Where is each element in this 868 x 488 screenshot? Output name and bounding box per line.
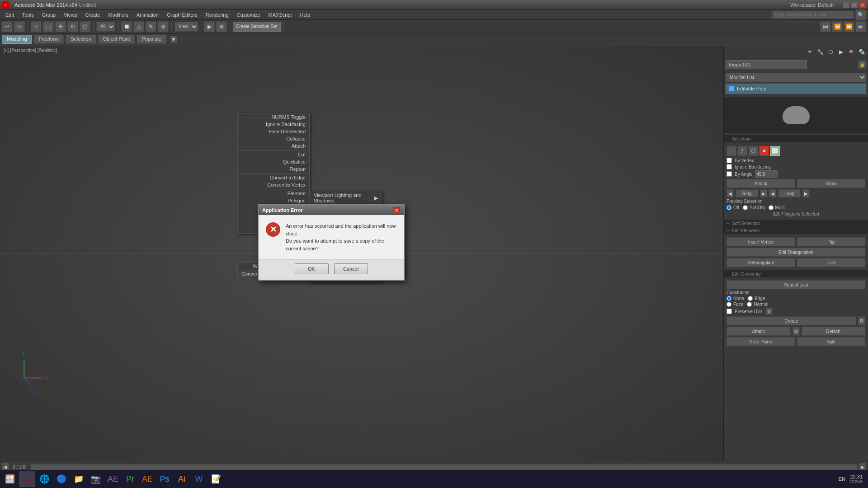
taskbar-chrome[interactable]: 🌐 [36,471,52,487]
viewport[interactable]: X Y Z [+] [Perspective] [Realistic] NURM… [0,46,723,461]
ctx-polygon[interactable]: Polygon [238,197,309,204]
next-frame[interactable]: ⏩ [844,21,854,32]
collapse-settings-btn[interactable]: ⚙ [858,316,865,325]
panel-icon-hierarchy[interactable]: ⬡ [826,47,835,56]
edit-elements-header[interactable]: Edit Elements [724,227,868,234]
create-selection-btn[interactable]: Create Selection Set [233,22,281,32]
sel-element-icon[interactable]: ⬜ [770,146,780,156]
undo-button[interactable]: ↩ [2,21,13,32]
ribbon-options[interactable]: ▼ [170,36,177,43]
ctx-repeat[interactable]: Repeat [238,165,309,173]
create-button[interactable]: Create [726,316,856,325]
ctx-convert-vertex[interactable]: Convert to Vertex [238,181,309,188]
ring-prev-btn[interactable]: ◀ [726,189,734,197]
sel-polygon-icon[interactable]: ■ [759,146,769,156]
off-radio[interactable] [726,205,731,210]
shrink-button[interactable]: Shrink [726,179,795,188]
object-name-input[interactable] [726,60,807,69]
spinner-snap[interactable]: ⊕ [158,21,169,32]
by-angle-checkbox[interactable] [726,171,732,177]
multi-radio[interactable] [769,205,774,210]
error-close-button[interactable]: ✕ [393,207,400,213]
detach-button[interactable]: Detach [802,327,866,336]
ctx-hide-unselected[interactable]: Hide Unselected [238,128,309,135]
tab-object-paint[interactable]: Object Paint [98,35,135,44]
selection-section-header[interactable]: Selection [724,135,868,142]
menu-tools[interactable]: Tools [19,11,38,19]
retriangulate-button[interactable]: Retriangulate [726,258,795,267]
preserve-uvs-settings[interactable]: ⚙ [765,308,773,315]
ignore-backfacing-checkbox[interactable] [726,164,732,169]
editable-poly-modifier[interactable]: Editable Poly [726,84,866,94]
attach-settings-btn[interactable]: ⚙ [793,327,800,336]
menu-maxscript[interactable]: MAXScript [265,11,296,19]
edge-constraint-radio[interactable] [748,296,753,301]
menu-edit[interactable]: Edit [2,11,18,19]
edit-triangulation-button[interactable]: Edit Triangulation [726,248,865,257]
ctx-attach[interactable]: Attach [238,142,309,150]
taskbar-premiere[interactable]: Pr [122,471,138,487]
select-btn[interactable]: ⊹ [31,21,42,32]
by-vertex-checkbox[interactable] [726,158,732,163]
move-btn[interactable]: ✛ [55,21,66,32]
menu-modifiers[interactable]: Modifiers [104,11,132,19]
taskbar-photoshop[interactable]: Ps [156,471,173,487]
render-btn[interactable]: ▶ [204,21,215,32]
play-btn[interactable]: ⏮ [820,21,831,32]
turn-button[interactable]: Turn [797,258,866,267]
menu-animation[interactable]: Animation [133,11,162,19]
preserve-uvs-checkbox[interactable] [726,309,732,314]
edit-geometry-header[interactable]: Edit Geometry [724,270,868,277]
by-angle-input[interactable] [755,170,778,178]
ok-button[interactable]: OK [295,263,329,274]
grow-button[interactable]: Grow [797,179,866,188]
rotate-btn[interactable]: ↻ [67,21,78,32]
sel-vertex-icon[interactable]: · [726,146,736,156]
taskbar-after-effects[interactable]: AE [105,471,121,487]
taskbar-camera[interactable]: 📷 [88,471,104,487]
menu-create[interactable]: Create [81,11,104,19]
repeat-last-button[interactable]: Repeat Last [726,280,865,289]
ctx-cut[interactable]: Cut [238,151,309,158]
tab-populate[interactable]: Populate [137,35,166,44]
render-setup[interactable]: ⚙ [216,21,227,32]
close-button[interactable]: ✕ [859,2,866,8]
sub-viewport-lighting[interactable]: Viewport Lighting and Shadows▶ [310,191,382,205]
split-button[interactable]: Split [797,337,866,346]
taskbar-illustrator[interactable]: Ai [174,471,190,487]
ring-button[interactable]: Ring [736,189,758,197]
taskbar-ie[interactable]: 🔵 [53,471,70,487]
tab-selection[interactable]: Selection [66,35,96,44]
ctx-collapse[interactable]: Collapse [238,135,309,142]
select-region-btn[interactable]: ⬚ [43,21,54,32]
search-input[interactable] [772,11,854,19]
maximize-button[interactable]: □ [851,2,858,8]
menu-views[interactable]: Views [60,11,80,19]
taskbar-ae2[interactable]: AE [139,471,156,487]
ctx-nurms[interactable]: NURMS Toggle [238,113,309,121]
menu-help[interactable]: Help [297,11,314,19]
subobj-radio[interactable] [743,205,748,210]
menu-rendering[interactable]: Rendering [202,11,232,19]
search-icon[interactable]: 🔍 [855,9,866,20]
normal-constraint-radio[interactable] [747,302,752,307]
redo-button[interactable]: ↪ [14,21,25,32]
taskbar-file[interactable]: 📁 [71,471,87,487]
angle-snap[interactable]: △ [133,21,144,32]
modifier-list-dropdown[interactable]: Modifier List [726,73,866,82]
viewport-shading[interactable]: View [175,22,198,32]
ctx-element[interactable]: Element [238,190,309,197]
face-constraint-radio[interactable] [726,302,731,307]
loop-prev-btn[interactable]: ◀ [769,189,776,197]
snap-toggle[interactable]: 🔲 [121,21,132,32]
panel-icon-sun[interactable]: ☀ [805,47,814,56]
ctx-ignore-backfacing[interactable]: Ignore Backfacing [238,121,309,128]
attach-button[interactable]: Attach [726,327,791,336]
prev-frame[interactable]: ⏪ [832,21,843,32]
panel-icon-modifier[interactable]: 🔧 [816,47,825,56]
scale-btn[interactable]: ⬡ [80,21,90,32]
taskbar-word[interactable]: W [191,471,207,487]
loop-button[interactable]: Loop [778,189,801,197]
slice-plane-button[interactable]: Slice Plane [726,337,795,346]
menu-customize[interactable]: Customize [233,11,264,19]
